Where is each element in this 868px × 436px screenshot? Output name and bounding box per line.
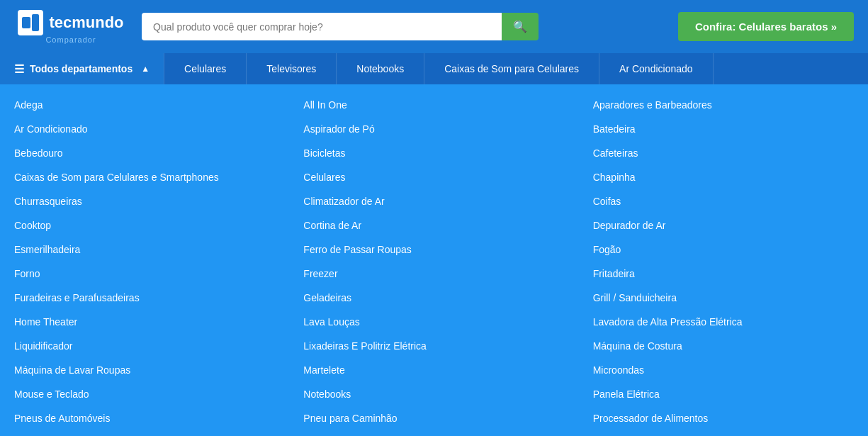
list-item[interactable]: Grill / Sanduicheira (593, 286, 854, 310)
chevron-up-icon: ▲ (141, 64, 150, 74)
list-item[interactable]: Fogão (593, 237, 854, 262)
logo-area: tecmundo Comparador (14, 10, 128, 44)
logo-sub: Comparador (45, 35, 96, 44)
list-item[interactable]: Caixas de Som para Celulares e Smartphon… (14, 165, 275, 189)
menu-col-1: AdegaAr CondicionadoBebedouroCaixas de S… (0, 93, 289, 436)
list-item[interactable]: Cooktop (14, 213, 275, 237)
list-item[interactable]: Mouse e Teclado (14, 382, 275, 406)
hamburger-icon: ☰ (14, 62, 24, 76)
list-item[interactable]: Ferro de Passar Roupas (303, 237, 564, 262)
list-item[interactable]: Cafeteiras (593, 141, 854, 165)
list-item[interactable]: Lavadora de Alta Pressão Elétrica (593, 310, 854, 334)
list-item[interactable]: Panela Elétrica (593, 382, 854, 406)
list-item[interactable]: Furadeiras e Parafusadeiras (14, 286, 275, 310)
list-item[interactable]: Chapinha (593, 165, 854, 189)
search-icon: 🔍 (513, 21, 527, 33)
list-item[interactable]: Martelete (303, 358, 564, 382)
list-item[interactable]: All In One (303, 93, 564, 117)
search-button[interactable]: 🔍 (502, 13, 539, 40)
list-item[interactable]: Esmerilhadeira (14, 237, 275, 262)
list-item[interactable]: Geladeiras (303, 286, 564, 310)
list-item[interactable]: Bebedouro (14, 141, 275, 165)
search-area: 🔍 (142, 13, 539, 40)
all-departments-label: Todos departamentos (30, 63, 133, 74)
list-item[interactable]: Batedeira (593, 117, 854, 141)
list-item[interactable]: Fritadeira (593, 262, 854, 286)
list-item[interactable]: Bicicletas (303, 141, 564, 165)
list-item[interactable]: Máquina de Lavar Roupas (14, 358, 275, 382)
list-item[interactable]: Celulares (303, 165, 564, 189)
list-item[interactable]: Churrasqueiras (14, 189, 275, 213)
list-item[interactable]: Freezer (303, 262, 564, 286)
list-item[interactable]: Pneu para Caminhão (303, 406, 564, 430)
list-item[interactable]: Purificador de Água (303, 430, 564, 436)
list-item[interactable]: Lava Louças (303, 310, 564, 334)
nav-item-celulares[interactable]: Celulares (164, 53, 247, 84)
list-item[interactable]: Secador de Cabelo (593, 430, 854, 436)
svg-rect-1 (32, 14, 39, 31)
list-item[interactable]: Home Theater (14, 310, 275, 334)
list-item[interactable]: Lixadeiras E Politriz Elétrica (303, 334, 564, 358)
nav-item-notebooks[interactable]: Notebooks (337, 53, 424, 84)
list-item[interactable]: Depurador de Ar (593, 213, 854, 237)
list-item[interactable]: Adega (14, 93, 275, 117)
navbar: ☰ Todos departamentos ▲ Celulares Televi… (0, 53, 868, 84)
nav-item-caixas[interactable]: Caixas de Som para Celulares (424, 53, 599, 84)
svg-rect-0 (22, 17, 30, 28)
list-item[interactable]: Notebooks (303, 382, 564, 406)
list-item[interactable]: Aparadores e Barbeadores (593, 93, 854, 117)
list-item[interactable]: Processador de Alimentos (593, 406, 854, 430)
nav-item-ar[interactable]: Ar Condicionado (599, 53, 714, 84)
list-item[interactable]: Coifas (593, 189, 854, 213)
promo-button[interactable]: Confira: Celulares baratos » (678, 12, 854, 41)
list-item[interactable]: Aspirador de Pó (303, 117, 564, 141)
nav-items: Celulares Televisores Notebooks Caixas d… (164, 53, 714, 84)
dropdown-menu: AdegaAr CondicionadoBebedouroCaixas de S… (0, 84, 868, 436)
menu-col-3: Aparadores e BarbeadoresBatedeiraCafetei… (579, 93, 868, 436)
list-item[interactable]: Máquina de Costura (593, 334, 854, 358)
all-departments-button[interactable]: ☰ Todos departamentos ▲ (0, 53, 164, 84)
list-item[interactable]: Pneus de Automóveis (14, 406, 275, 430)
list-item[interactable]: Cortina de Ar (303, 213, 564, 237)
list-item[interactable]: Projetores (14, 430, 275, 436)
list-item[interactable]: Ar Condicionado (14, 117, 275, 141)
list-item[interactable]: Forno (14, 262, 275, 286)
menu-col-2: All In OneAspirador de PóBicicletasCelul… (289, 93, 578, 436)
search-input[interactable] (142, 13, 502, 40)
logo-icon (18, 10, 43, 35)
list-item[interactable]: Liquidificador (14, 334, 275, 358)
list-item[interactable]: Climatizador de Ar (303, 189, 564, 213)
header: tecmundo Comparador 🔍 Confira: Celulares… (0, 0, 868, 53)
nav-item-televisores[interactable]: Televisores (247, 53, 337, 84)
logo-text: tecmundo (49, 13, 123, 32)
list-item[interactable]: Microondas (593, 358, 854, 382)
